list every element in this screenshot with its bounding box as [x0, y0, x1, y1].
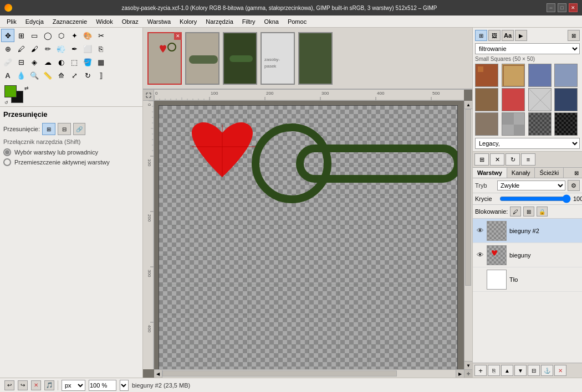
tool-rotate[interactable]: ↻ [81, 69, 94, 82]
tab-brush-grid[interactable]: ⊞ [475, 30, 487, 41]
tool-eraser[interactable]: ⬚ [68, 55, 81, 69]
lock-alpha-btn[interactable]: 🔒 [537, 207, 548, 216]
status-icon-export[interactable]: 🎵 [44, 380, 54, 390]
move-link[interactable]: 🔗 [73, 123, 85, 135]
tool-paint[interactable]: 🖌 [28, 42, 41, 55]
option-active-layer[interactable]: Przemieszczenie aktywnej warstwy [3, 158, 139, 166]
swap-colors[interactable]: ⇄ [24, 85, 29, 91]
thumbnail-2[interactable] [185, 32, 219, 85]
layer-mode-select[interactable]: Zwykłe [497, 180, 565, 190]
tab-warstwy[interactable]: Warstwy [473, 168, 507, 178]
tab-brush-text[interactable]: Aa [502, 30, 514, 41]
tool-dodge-burn[interactable]: ◐ [54, 55, 68, 69]
brush-item-1[interactable] [475, 64, 498, 87]
menu-pomoc[interactable]: Pomoc [283, 17, 311, 26]
tool-align[interactable]: ⊞ [14, 29, 28, 42]
lock-position-btn[interactable]: ⊞ [523, 207, 534, 216]
menu-filtry[interactable]: Filtry [238, 17, 260, 26]
layer-merge-btn[interactable]: ⊟ [528, 365, 540, 376]
tool-airbrush[interactable]: 💨 [54, 42, 68, 55]
tab-sciezki[interactable]: Ścieżki [535, 168, 564, 178]
tool-mypaint[interactable]: ⬜ [81, 42, 94, 55]
foreground-color[interactable] [4, 85, 17, 97]
tab-brush-image[interactable]: 🖼 [488, 30, 501, 41]
zoom-input[interactable] [89, 380, 116, 391]
thumbnail-4[interactable]: zasoby- pasek [261, 32, 295, 85]
tool-scale[interactable]: ⤢ [68, 69, 81, 82]
layer-mode-btn[interactable]: ⚙ [568, 180, 580, 191]
layer-eye-bieguny2[interactable]: 👁 [475, 226, 485, 236]
vscroll-down-btn[interactable]: ▼ [464, 361, 473, 369]
vscroll-track[interactable] [464, 109, 472, 361]
panel-close-btn[interactable]: ⊠ [568, 30, 580, 41]
tool-clone[interactable]: ⎘ [94, 42, 108, 55]
lock-pixels-btn[interactable]: 🖊 [510, 207, 521, 216]
tool-perspective-clone[interactable]: ⊟ [14, 55, 28, 69]
hscroll-left-btn[interactable]: ◀ [154, 370, 162, 378]
tab-brush-anim[interactable]: ▶ [515, 30, 527, 41]
menu-zaznaczenie[interactable]: Zaznaczenie [48, 17, 91, 26]
menu-narzedzia[interactable]: Narzędzia [201, 17, 238, 26]
tool-ink[interactable]: ✒ [68, 42, 81, 55]
panel-action-config[interactable]: ≡ [521, 153, 535, 166]
tool-select-ellipse[interactable]: ◯ [41, 29, 54, 42]
brush-item-7[interactable] [528, 88, 552, 111]
tool-pencil[interactable]: ✏ [41, 42, 54, 55]
tab-kanaly[interactable]: Kanały [507, 168, 535, 178]
status-icon-delete[interactable]: ✕ [31, 380, 41, 390]
maximize-button[interactable]: □ [558, 3, 566, 12]
layer-anchor-btn[interactable]: ⚓ [541, 365, 553, 376]
brush-item-5[interactable] [475, 88, 498, 111]
layer-eye-bieguny[interactable]: 👁 [475, 250, 485, 260]
tool-text[interactable]: A [1, 69, 14, 82]
canvas-corner-btn[interactable] [464, 369, 472, 378]
brush-item-4[interactable] [554, 64, 578, 87]
thumbnail-1[interactable]: ✕ [147, 32, 182, 85]
zoom-select[interactable]: ▼ [120, 380, 129, 391]
layer-item-bieguny2[interactable]: 👁 bieguny #2 [473, 219, 582, 243]
tool-heal[interactable]: 🩹 [1, 55, 14, 69]
tool-zoom[interactable]: 🔍 [28, 69, 41, 82]
menu-warstwa[interactable]: Warstwa [143, 17, 175, 26]
close-button[interactable]: ✕ [569, 3, 578, 12]
opacity-slider[interactable] [499, 195, 571, 203]
menu-obraz[interactable]: Obraz [118, 17, 143, 26]
brush-item-6[interactable] [502, 88, 525, 111]
menu-edycja[interactable]: Edycja [21, 17, 48, 26]
tool-smudge[interactable]: ☁ [41, 55, 54, 69]
tool-shear[interactable]: ⟧ [94, 69, 108, 82]
layer-copy-btn[interactable]: ⎘ [488, 365, 500, 376]
layer-delete-btn[interactable]: ✕ [554, 365, 566, 376]
menu-kolory[interactable]: Kolory [175, 17, 201, 26]
legacy-select[interactable]: Legacy, [475, 138, 580, 149]
brush-item-9[interactable] [475, 112, 498, 136]
gimp-canvas[interactable] [159, 105, 458, 369]
brush-filter-select[interactable]: filtrowanie filtrowanie [475, 43, 580, 54]
menu-widok[interactable]: Widok [91, 17, 118, 26]
brush-item-12[interactable] [554, 112, 578, 136]
option-layer-guide[interactable]: Wybór warstwy lub prowadnicy [3, 148, 139, 156]
layer-item-tlo[interactable]: Tło [473, 267, 582, 292]
panel-action-delete[interactable]: ✕ [490, 153, 504, 166]
layers-panel-close[interactable]: ⊠ [571, 168, 582, 178]
tool-transform[interactable]: ⟰ [54, 69, 68, 82]
panel-action-new[interactable]: ⊞ [474, 153, 489, 166]
tool-select-free[interactable]: ⬡ [54, 29, 68, 42]
layer-down-btn[interactable]: ▼ [514, 365, 527, 376]
menu-plik[interactable]: Plik [2, 17, 21, 26]
move-toggle-selection[interactable]: ⊟ [58, 123, 71, 135]
thumb-close-1[interactable]: ✕ [174, 32, 182, 40]
v-scrollbar[interactable]: ▲ ▼ [464, 101, 472, 369]
tool-fuzzy-select[interactable]: ✦ [68, 29, 81, 42]
tool-select-rect[interactable]: ▭ [28, 29, 41, 42]
tool-paths[interactable]: 🖊 [14, 42, 28, 55]
thumbnail-5[interactable] [298, 32, 333, 85]
h-scrollbar[interactable]: ◀ ▶ [154, 369, 464, 378]
tool-select-color[interactable]: 🎨 [81, 29, 94, 42]
tool-scissors[interactable]: ✂ [94, 29, 108, 42]
vscroll-up-btn[interactable]: ▲ [464, 101, 473, 109]
layer-up-btn[interactable]: ▲ [501, 365, 513, 376]
tool-foreground-select[interactable]: ⊕ [1, 42, 14, 55]
brush-item-8[interactable] [554, 88, 578, 111]
status-icon-history[interactable]: ↩ [4, 380, 14, 390]
